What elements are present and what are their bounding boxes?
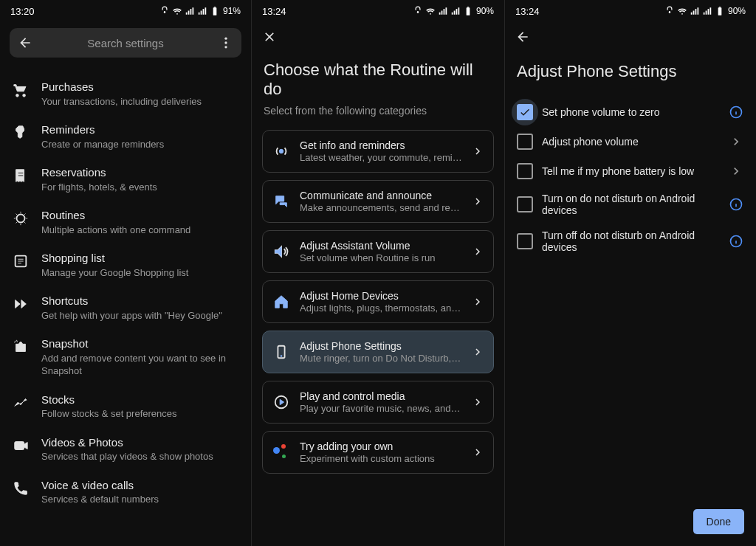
chevron-right-icon <box>471 446 484 459</box>
item-title: Purchases <box>41 80 239 94</box>
option-label: Adjust phone volume <box>542 136 719 148</box>
option-turn-off-do-not-disturb-on-android-devic[interactable]: Turn off do not disturb on Android devic… <box>512 223 749 260</box>
item-subtitle: Create or manage reminders <box>41 138 239 151</box>
battery-icon <box>715 6 725 16</box>
info-icon[interactable] <box>728 196 744 212</box>
status-time: 13:20 <box>10 6 35 17</box>
phone-device-icon <box>272 342 291 362</box>
settings-item-videos-photos[interactable]: Videos & Photos Services that play video… <box>0 428 251 471</box>
card-title: Communicate and announce <box>300 190 462 201</box>
info-icon[interactable] <box>728 233 744 249</box>
card-subtitle: Play your favorite music, news, and m… <box>300 403 462 414</box>
item-subtitle: Add and remove content you want to see i… <box>41 352 233 378</box>
assistant-icon <box>272 443 291 462</box>
done-button[interactable]: Done <box>693 509 744 534</box>
settings-item-reservations[interactable]: Reservations For flights, hotels, & even… <box>0 158 251 201</box>
home-icon <box>272 292 291 311</box>
item-title: Reservations <box>41 165 239 180</box>
item-subtitle: For flights, hotels, & events <box>41 181 239 194</box>
card-subtitle: Adjust lights, plugs, thermostats, and … <box>300 303 462 314</box>
signal2-icon <box>197 6 207 16</box>
checkbox[interactable] <box>517 163 533 179</box>
status-time: 13:24 <box>515 6 540 17</box>
settings-item-purchases[interactable]: Purchases Your transactions, including d… <box>0 72 251 115</box>
chevron-right-icon <box>471 295 484 308</box>
card-title: Play and control media <box>300 390 462 402</box>
back-button[interactable] <box>16 33 35 52</box>
category-card-get-info-and-reminders[interactable]: Get info and reminders Latest weather, y… <box>262 130 494 173</box>
checkbox[interactable] <box>517 233 533 249</box>
ff-icon <box>12 295 30 313</box>
status-bar: 13:24 90% <box>252 0 504 22</box>
settings-item-routines[interactable]: Routines Multiple actions with one comma… <box>0 201 251 243</box>
vpn-icon <box>159 6 170 16</box>
item-title: Reminders <box>41 122 239 137</box>
category-card-adjust-assistant-volume[interactable]: Adjust Assistant Volume Set volume when … <box>262 230 494 273</box>
card-title: Get info and reminders <box>300 139 462 151</box>
signal-icon <box>438 6 448 16</box>
back-button[interactable] <box>515 30 530 47</box>
category-card-adjust-phone-settings[interactable]: Adjust Phone Settings Mute ringer, turn … <box>262 331 494 373</box>
chevron-right-icon <box>728 134 744 150</box>
snapshot-icon <box>12 338 30 356</box>
battery-percent: 90% <box>728 6 746 16</box>
info-icon[interactable] <box>728 104 744 120</box>
option-label: Turn off do not disturb on Android devic… <box>542 229 719 253</box>
settings-item-shopping-list[interactable]: Shopping list Manage your Google Shoppin… <box>0 243 251 286</box>
settings-item-reminders[interactable]: Reminders Create or manage reminders <box>0 115 251 158</box>
routine-categories-panel: 13:24 90% Choose what the Routine will d… <box>252 0 505 546</box>
status-icons: 90% <box>413 6 494 16</box>
search-placeholder: Search settings <box>35 37 216 49</box>
checkbox[interactable] <box>517 104 533 120</box>
card-title: Try adding your own <box>300 440 462 452</box>
card-subtitle: Mute ringer, turn on Do Not Disturb, a… <box>300 353 462 364</box>
volume-icon <box>272 242 291 261</box>
item-subtitle: Services & default numbers <box>41 493 239 506</box>
settings-item-stocks[interactable]: Stocks Follow stocks & set preferences <box>0 385 251 428</box>
card-subtitle: Make announcements, send and read … <box>300 202 462 213</box>
item-title: Voice & video calls <box>41 478 239 493</box>
phone-icon <box>12 480 30 497</box>
category-list: Get info and reminders Latest weather, y… <box>252 130 504 474</box>
chevron-right-icon <box>471 345 484 359</box>
chevron-right-icon <box>471 395 484 409</box>
item-title: Stocks <box>41 393 239 407</box>
more-button[interactable] <box>216 33 236 52</box>
card-title: Adjust Home Devices <box>300 290 462 302</box>
checkbox-halo <box>512 99 538 125</box>
status-bar: 13:20 91% <box>0 0 251 22</box>
category-card-adjust-home-devices[interactable]: Adjust Home Devices Adjust lights, plugs… <box>262 280 494 323</box>
checkbox[interactable] <box>517 134 533 150</box>
category-card-play-and-control-media[interactable]: Play and control media Play your favorit… <box>262 381 494 424</box>
page-subheading: Select from the following categories <box>252 105 504 130</box>
option-tell-me-if-my-phone-battery-is-low[interactable]: Tell me if my phone battery is low <box>512 156 749 186</box>
settings-item-shortcuts[interactable]: Shortcuts Get help with your apps with "… <box>0 286 251 329</box>
option-adjust-phone-volume[interactable]: Adjust phone volume <box>512 127 749 156</box>
chevron-right-icon <box>471 195 484 208</box>
receipt-icon <box>12 167 30 184</box>
cart-icon <box>12 81 30 99</box>
routines-icon <box>12 210 30 227</box>
wifi-icon <box>425 6 436 16</box>
option-label: Tell me if my phone battery is low <box>542 165 719 177</box>
option-set-phone-volume-to-zero[interactable]: Set phone volume to zero <box>512 97 749 127</box>
category-card-try-adding-your-own[interactable]: Try adding your own Experiment with cust… <box>262 431 494 474</box>
signal2-icon <box>702 6 712 16</box>
settings-item-snapshot[interactable]: Snapshot Add and remove content you want… <box>0 329 251 385</box>
wifi-icon <box>677 6 687 16</box>
chevron-right-icon <box>471 245 484 258</box>
status-icons: 90% <box>664 6 746 16</box>
category-card-communicate-and-announce[interactable]: Communicate and announce Make announceme… <box>262 180 494 223</box>
chevron-right-icon <box>471 145 484 158</box>
item-subtitle: Your transactions, including deliveries <box>41 95 239 108</box>
close-button[interactable] <box>262 30 277 47</box>
settings-item-voice-video-calls[interactable]: Voice & video calls Services & default n… <box>0 471 251 514</box>
item-title: Videos & Photos <box>41 435 239 450</box>
item-subtitle: Multiple actions with one command <box>41 224 239 237</box>
signal-icon <box>185 6 195 16</box>
option-turn-on-do-not-disturb-on-android-device[interactable]: Turn on do not disturb on Android device… <box>512 186 749 223</box>
item-subtitle: Manage your Google Shopping list <box>41 266 239 280</box>
search-bar[interactable]: Search settings <box>10 28 241 58</box>
item-subtitle: Services that play videos & show photos <box>41 450 239 463</box>
checkbox[interactable] <box>517 196 533 212</box>
